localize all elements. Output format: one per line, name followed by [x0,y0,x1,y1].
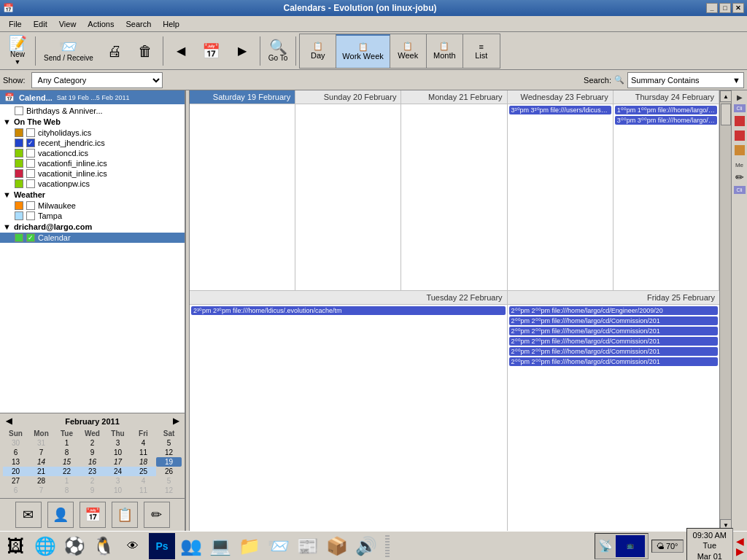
task-item-5[interactable]: Cli [734,186,746,194]
mini-cal-day[interactable]: 2 [80,438,105,448]
contacts-icon-btn[interactable]: 👤 [47,502,74,528]
menu-help[interactable]: Help [157,18,185,30]
task-item-2[interactable] [735,116,745,126]
section-drichard[interactable]: ▼ drichard@largo.com [0,221,185,233]
event-fri25-5[interactable]: 2⁰⁰pm 2⁰⁰pm file:///home/largo/cd/Commis… [509,347,718,356]
mini-cal-day[interactable]: 13 [3,457,28,467]
memo-icon[interactable]: ✏ [735,171,744,183]
cityholidays-checkbox[interactable] [26,128,35,137]
mini-cal-next[interactable]: ▶ [170,416,182,426]
goto-button[interactable]: 🔍 Go To [263,34,293,68]
milwaukee-checkbox[interactable] [26,201,35,210]
month-view-button[interactable]: 📋 Month [427,34,463,68]
task-item-4[interactable] [735,145,745,155]
calendar-item-vacationpw[interactable]: vacationpw.ics [0,179,185,189]
taskbar-app-archive[interactable]: 📦 [324,533,350,559]
mini-cal-day[interactable]: 20 [3,467,28,476]
category-select[interactable]: Any Category [31,72,163,88]
calendar-button[interactable]: 📅 [197,34,226,68]
mini-cal-day[interactable]: 28 [28,476,54,486]
tasks-icon-btn[interactable]: 📋 [112,502,138,528]
task-item-3[interactable] [735,131,745,141]
mini-cal-day[interactable]: 6 [3,448,28,457]
mini-cal-day[interactable]: 12 [156,486,182,495]
vacationfi-checkbox[interactable] [26,159,35,168]
taskbar-app-news[interactable]: 📰 [295,533,321,559]
event-thu24-2[interactable]: 3⁰⁰pm 3⁰⁰pm file:///home/largo/cd/Engine… [615,116,717,125]
mini-cal-day[interactable]: 4 [131,438,156,448]
list-view-button[interactable]: ≡ List [463,34,500,68]
scroll-thumb[interactable] [721,104,731,125]
mini-cal-day[interactable]: 25 [131,467,156,476]
mini-cal-day[interactable]: 5 [156,438,182,448]
mail-icon-btn[interactable]: ✉ [15,502,42,528]
calendar-checkbox[interactable]: ✓ [26,233,35,242]
taskbar-app-photoshop[interactable]: Ps [149,533,175,559]
event-fri25-3[interactable]: 2⁰⁰pm 2⁰⁰pm file:///home/largo/cd/Commis… [509,327,718,335]
mini-cal-day[interactable]: 11 [131,448,156,457]
mini-cal-day[interactable]: 8 [54,486,80,495]
send-receive-button[interactable]: 📨 Send / Receive [39,34,98,68]
mini-cal-day[interactable]: 7 [28,448,54,457]
search-type-dropdown[interactable]: Summary Contains ▼ [627,72,744,88]
section-weather[interactable]: ▼ Weather [0,189,185,201]
mini-cal-day[interactable]: 3 [105,438,131,448]
mini-cal-day[interactable]: 5 [156,476,182,486]
calendar-item-birthdays[interactable]: Birthdays & Anniver... [0,106,185,116]
calendar-item-recent-jhendric[interactable]: ✓ recent_jhendric.ics [0,138,185,148]
nav-left-arrow[interactable]: ◀ [736,536,744,546]
vacationcd-checkbox[interactable] [26,149,35,158]
menu-actions[interactable]: Actions [82,18,120,30]
taskbar-app-terminal[interactable]: 💻 [207,533,233,559]
minimize-button[interactable]: _ [706,3,718,13]
mini-cal-day[interactable]: 15 [54,457,80,467]
taskbar-app-linux[interactable]: 🐧 [90,533,117,559]
cal-body-fri25[interactable]: 2⁰⁰pm 2⁰⁰pm file:///home/largo/cd/Engine… [508,305,719,532]
menu-view[interactable]: View [53,18,82,30]
mini-cal-day[interactable]: 4 [131,476,156,486]
mini-cal-day[interactable]: 10 [105,448,131,457]
event-wed23-1[interactable]: 3³⁰pm 3³⁰pm file:///users/ldicus/Perform… [509,106,611,114]
mini-cal-day[interactable]: 1 [54,438,80,448]
calendar-item-calendar[interactable]: ✓ Calendar [0,233,185,243]
event-fri25-6[interactable]: 2⁰⁰pm 2⁰⁰pm file:///home/largo/cd/Commis… [509,357,718,366]
taskbar-app-browser[interactable]: 🌐 [32,533,58,559]
scroll-up-button[interactable]: ▲ [720,90,731,102]
back-button[interactable]: ◀ [166,34,196,68]
menu-file[interactable]: File [3,18,28,30]
taskbar-app-image[interactable]: 🖼 [3,533,29,559]
mini-cal-day[interactable]: 1 [54,476,80,486]
calendar-item-vacationit[interactable]: vacationit_inline.ics [0,168,185,179]
mini-cal-day[interactable]: 26 [156,467,182,476]
menu-search[interactable]: Search [120,18,157,30]
mini-cal-day[interactable]: 31 [28,438,54,448]
section-on-the-web[interactable]: ▼ On The Web [0,116,185,128]
event-fri25-4[interactable]: 2⁰⁰pm 2⁰⁰pm file:///home/largo/cd/Commis… [509,337,718,346]
calendar-item-tampa[interactable]: Tampa [0,211,185,221]
tampa-checkbox[interactable] [26,211,35,220]
mini-cal-day[interactable]: 27 [3,476,28,486]
mini-cal-day[interactable]: 6 [3,486,28,495]
print-button[interactable]: 🖨 [100,34,129,68]
mini-cal-day[interactable]: 30 [3,438,28,448]
cal-body-thu24[interactable]: 1⁰⁰pm 1⁰⁰pm file:///home/largo/cd/Budget… [614,104,719,290]
mini-cal-day[interactable]: 9 [80,486,105,495]
taskbar-app-game[interactable]: ⚽ [61,533,88,559]
mini-cal-day[interactable]: 7 [28,486,54,495]
calendar-item-milwaukee[interactable]: Milwaukee [0,201,185,211]
mini-cal-day[interactable]: 18 [131,457,156,467]
taskbar-app-gimp[interactable]: 👁 [120,533,146,559]
mini-cal-day[interactable]: 22 [54,467,80,476]
vacationpw-checkbox[interactable] [26,179,35,188]
calendar-item-cityholidays[interactable]: cityholidays.ics [0,128,185,138]
vacationit-checkbox[interactable] [26,169,35,178]
new-button[interactable]: 📝 New ▼ [3,34,32,68]
notes-icon-btn[interactable]: ✏ [144,502,170,528]
close-button[interactable]: ✕ [732,3,744,13]
cal-body-sat19[interactable] [190,104,295,290]
taskbar-app-email[interactable]: 📨 [266,533,292,559]
mini-cal-day[interactable]: 23 [80,467,105,476]
mini-cal-day[interactable]: 21 [28,467,54,476]
cal-body-wed23[interactable]: 3³⁰pm 3³⁰pm file:///users/ldicus/Perform… [508,104,613,290]
maximize-button[interactable]: □ [719,3,731,13]
